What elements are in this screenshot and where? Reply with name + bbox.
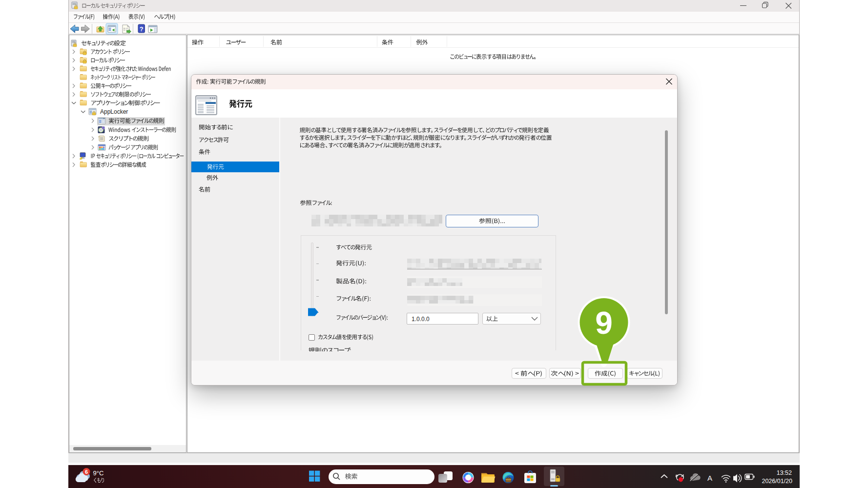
svg-text:1.0.0.0: 1.0.0.0 <box>412 316 430 323</box>
svg-text:AppLocker: AppLocker <box>100 108 128 115</box>
svg-text:?: ? <box>140 25 144 33</box>
svg-text:13:52: 13:52 <box>777 469 792 476</box>
svg-text:6: 6 <box>85 469 88 475</box>
svg-text:A: A <box>707 474 712 482</box>
svg-text:9: 9 <box>595 305 613 341</box>
svg-text:2026/01/20: 2026/01/20 <box>762 478 792 485</box>
svg-text:9°C: 9°C <box>93 469 104 477</box>
